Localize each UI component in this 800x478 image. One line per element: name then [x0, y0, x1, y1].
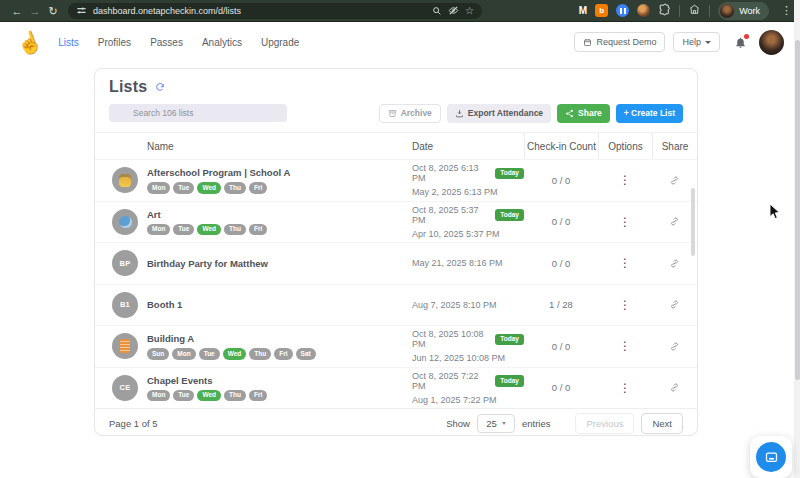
- day-badge: Wed: [197, 224, 221, 236]
- extension-orange-icon[interactable]: b: [595, 4, 608, 17]
- list-avatar: [112, 209, 138, 235]
- col-header-name: Name: [147, 133, 412, 159]
- extension-pause-icon[interactable]: [616, 4, 629, 17]
- col-header-date: Date: [412, 133, 524, 159]
- share-link-icon[interactable]: [652, 285, 697, 326]
- list-avatar: CE: [112, 375, 138, 401]
- day-badges: SunMonTueWedThuFriSat: [147, 348, 404, 360]
- options-menu-icon[interactable]: ⋮: [619, 174, 631, 186]
- day-badge: Fri: [249, 390, 267, 402]
- card-scrollbar-thumb[interactable]: [691, 188, 695, 256]
- options-menu-icon[interactable]: ⋮: [619, 216, 631, 228]
- search-zoom-icon[interactable]: [432, 6, 442, 16]
- table-row[interactable]: Afterschool Program | School A MonTueWed…: [95, 159, 697, 201]
- archive-box-icon: [388, 109, 397, 118]
- start-date: Aug 7, 2025 8:10 PM: [412, 300, 497, 310]
- archive-button[interactable]: Archive: [379, 104, 441, 123]
- mouse-cursor: [769, 203, 781, 225]
- next-page-button[interactable]: Next: [641, 413, 683, 434]
- notifications-bell-icon[interactable]: [734, 36, 747, 49]
- nav-item-passes[interactable]: Passes: [150, 37, 183, 48]
- previous-page-button[interactable]: Previous: [575, 413, 634, 434]
- share-button[interactable]: Share: [557, 104, 610, 123]
- check-in-count: 0 / 0: [524, 160, 598, 201]
- options-menu-icon[interactable]: ⋮: [619, 299, 631, 311]
- onetap-logo-hand-icon[interactable]: ☝: [13, 28, 44, 56]
- options-menu-icon[interactable]: ⋮: [619, 257, 631, 269]
- building-icon: [120, 339, 130, 353]
- url-bar[interactable]: dashboard.onetapcheckin.com/d/lists ☆: [68, 3, 482, 19]
- forward-button[interactable]: →: [26, 0, 44, 22]
- table-row[interactable]: Building A SunMonTueWedThuFriSat Oct 8, …: [95, 325, 697, 367]
- reload-button[interactable]: ↻: [44, 0, 62, 22]
- tune-icon[interactable]: [76, 5, 87, 16]
- extensions-puzzle-icon[interactable]: [658, 2, 671, 20]
- browser-toolbar: ← → ↻ dashboard.onetapcheckin.com/d/list…: [0, 0, 800, 22]
- chat-launcher-button[interactable]: [750, 436, 792, 478]
- check-in-count: 0 / 0: [524, 202, 598, 243]
- list-avatar: [112, 167, 138, 193]
- list-name: Booth 1: [147, 299, 404, 310]
- check-in-count: 0 / 0: [524, 368, 598, 409]
- options-menu-icon[interactable]: ⋮: [619, 340, 631, 352]
- nav-item-profiles[interactable]: Profiles: [98, 37, 131, 48]
- day-badge: Wed: [223, 348, 247, 360]
- day-badge: Wed: [197, 390, 221, 402]
- bookmark-star-icon[interactable]: ☆: [465, 6, 474, 16]
- share-link-icon[interactable]: [652, 326, 697, 367]
- options-menu-icon[interactable]: ⋮: [619, 382, 631, 394]
- table-row[interactable]: B1 Booth 1 Aug 7, 2025 8:10 PM 1 / 28 ⋮: [95, 284, 697, 326]
- browser-menu-icon[interactable]: ⋮: [781, 4, 792, 17]
- day-badge: Fri: [274, 348, 292, 360]
- page-scrollbar-thumb[interactable]: [795, 40, 800, 380]
- request-demo-button[interactable]: Request Demo: [574, 32, 665, 52]
- calendar-icon: [583, 38, 592, 47]
- day-badge: Wed: [197, 182, 221, 194]
- url-text: dashboard.onetapcheckin.com/d/lists: [93, 6, 241, 16]
- day-badge: Mon: [172, 348, 195, 360]
- check-in-count: 0 / 0: [524, 243, 598, 284]
- nav-item-analytics[interactable]: Analytics: [202, 37, 242, 48]
- page-scrollbar[interactable]: [794, 0, 800, 478]
- day-badge: Tue: [173, 224, 194, 236]
- page-title: Lists: [109, 78, 147, 96]
- entries-label: entries: [522, 418, 551, 429]
- export-attendance-button[interactable]: Export Attendance: [447, 104, 551, 123]
- backpack-icon: [119, 174, 131, 187]
- refresh-lists-icon[interactable]: [155, 78, 165, 96]
- page-info: Page 1 of 5: [109, 418, 158, 429]
- help-button[interactable]: Help: [673, 32, 720, 52]
- list-name: Afterschool Program | School A: [147, 167, 404, 178]
- download-icon: [455, 109, 464, 118]
- table-row[interactable]: Art MonTueWedThuFri Oct 8, 2025 5:37 PM …: [95, 201, 697, 243]
- share-link-icon[interactable]: [652, 368, 697, 409]
- nav-item-lists[interactable]: Lists: [58, 37, 79, 48]
- sidepanel-home-icon[interactable]: [688, 2, 701, 20]
- table-body: Afterschool Program | School A MonTueWed…: [95, 159, 697, 408]
- col-header-options: Options: [598, 133, 652, 159]
- user-avatar[interactable]: [759, 30, 784, 55]
- chevron-down-icon: [502, 422, 506, 425]
- back-button[interactable]: ←: [8, 0, 26, 22]
- chevron-down-icon: [705, 41, 711, 44]
- list-name: Building A: [147, 333, 404, 344]
- day-badge: Thu: [224, 390, 246, 402]
- extension-m-icon[interactable]: M: [579, 5, 587, 16]
- day-badge: Mon: [147, 224, 170, 236]
- day-badge: Tue: [173, 182, 194, 194]
- day-badges: MonTueWedThuFri: [147, 224, 404, 236]
- extension-avatar-icon[interactable]: [637, 4, 650, 17]
- search-input[interactable]: [109, 104, 287, 122]
- share-nodes-icon: [565, 109, 574, 118]
- table-header: Name Date Check-in Count Options Share: [95, 132, 697, 159]
- list-avatar: [112, 333, 138, 359]
- col-header-checkin-count: Check-in Count: [524, 133, 598, 159]
- create-list-button[interactable]: + Create List: [616, 104, 683, 123]
- entries-select[interactable]: 25: [477, 414, 515, 433]
- table-row[interactable]: BP Birthday Party for Matthew May 21, 20…: [95, 242, 697, 284]
- browser-profile-chip[interactable]: Work: [718, 2, 769, 20]
- start-date: Oct 8, 2025 10:08 PM: [412, 329, 490, 349]
- nav-item-upgrade[interactable]: Upgrade: [261, 37, 299, 48]
- table-row[interactable]: CE Chapel Events MonTueWedThuFri Oct 8, …: [95, 367, 697, 409]
- content-blocked-icon[interactable]: [448, 5, 459, 16]
